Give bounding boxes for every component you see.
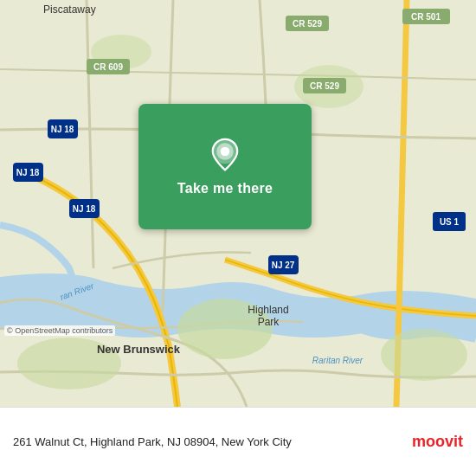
svg-text:New Brunswick: New Brunswick [97, 343, 181, 356]
svg-text:NJ 18: NJ 18 [73, 204, 96, 214]
moovit-logo: moovit [412, 433, 463, 451]
svg-text:NJ 18: NJ 18 [16, 168, 40, 177]
take-me-there-button-label: Take me there [177, 181, 273, 196]
svg-text:US 1: US 1 [440, 217, 460, 227]
svg-text:Park: Park [258, 316, 280, 328]
bottom-bar: 261 Walnut Ct, Highland Park, NJ 08904, … [0, 407, 476, 476]
location-pin-icon [208, 138, 242, 172]
svg-text:CR 529: CR 529 [293, 19, 322, 29]
address-text: 261 Walnut Ct, Highland Park, NJ 08904, … [13, 434, 292, 451]
map-container: CR 501 CR 529 CR 529 CR 609 NJ 18 NJ 18 … [0, 0, 476, 407]
svg-text:CR 501: CR 501 [411, 12, 441, 22]
svg-text:NJ 18: NJ 18 [51, 125, 74, 134]
svg-text:Raritan River: Raritan River [312, 356, 363, 365]
svg-point-3 [381, 329, 467, 381]
svg-text:CR 609: CR 609 [93, 62, 123, 72]
address-section: 261 Walnut Ct, Highland Park, NJ 08904, … [13, 434, 292, 451]
map-attribution: © OpenStreetMap contributors [4, 325, 115, 336]
svg-text:Highland: Highland [248, 304, 288, 316]
svg-point-32 [221, 146, 230, 156]
svg-text:NJ 27: NJ 27 [272, 261, 295, 270]
moovit-brand-text: moovit [412, 433, 463, 451]
svg-text:CR 529: CR 529 [310, 81, 339, 91]
svg-text:Piscataway: Piscataway [43, 3, 96, 16]
take-me-there-card[interactable]: Take me there [138, 104, 312, 229]
